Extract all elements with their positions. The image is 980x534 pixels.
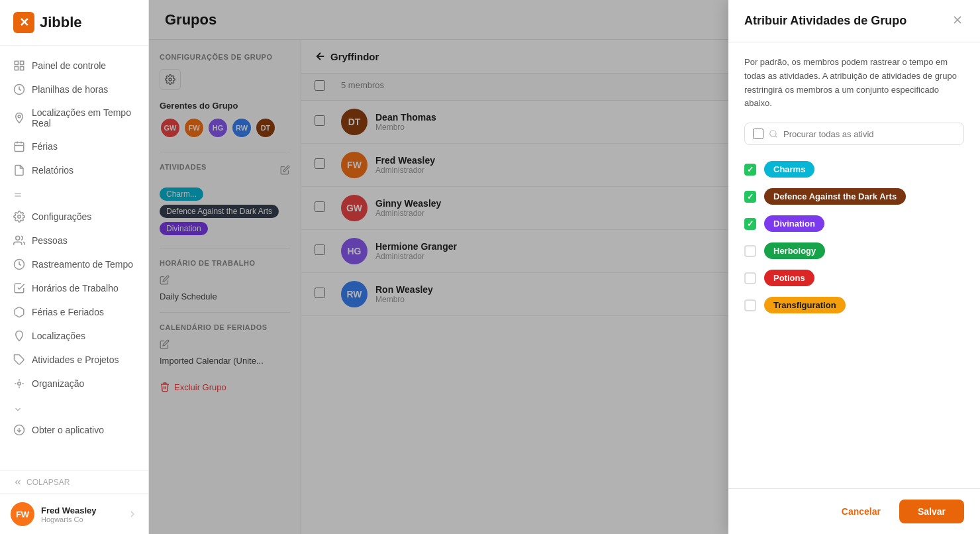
app-name: Jibble <box>40 14 82 31</box>
activity-checkbox-transfiguration[interactable] <box>744 299 756 311</box>
panel-footer: Cancelar Salvar <box>728 488 980 534</box>
sidebar-item-label: Obter o aplicativo <box>32 425 104 435</box>
grid-icon <box>13 60 25 72</box>
activity-checkbox-herbology[interactable] <box>744 245 756 257</box>
save-button[interactable]: Salvar <box>899 500 964 523</box>
organization-icon <box>13 378 25 390</box>
activity-label-defence: Defence Against the Dark Arts <box>764 188 906 205</box>
sidebar-item-time-tracking[interactable]: Rastreamento de Tempo <box>0 252 148 276</box>
list-item: Divination <box>744 210 964 237</box>
people-icon <box>13 235 25 246</box>
sidebar-item-reports[interactable]: Relatórios <box>0 158 148 182</box>
sidebar-nav: Painel de controle Planilhas de horas Lo… <box>0 46 148 470</box>
list-item: Charms <box>744 156 964 183</box>
activity-checkbox-potions[interactable] <box>744 272 756 284</box>
sidebar-item-label: Pessoas <box>32 235 68 246</box>
activity-label-transfiguration: Transfiguration <box>764 297 846 313</box>
work-schedule-icon <box>13 282 25 294</box>
sidebar-item-people[interactable]: Pessoas <box>0 229 148 252</box>
panel-title: Atribuir Atividades de Grupo <box>744 14 906 28</box>
sidebar-item-label: Planilhas de horas <box>32 84 108 95</box>
x-icon <box>951 13 964 27</box>
assign-activities-panel: Atribuir Atividades de Grupo Por padrão,… <box>728 0 980 534</box>
panel-header: Atribuir Atividades de Grupo <box>728 0 980 42</box>
tag-icon <box>13 354 25 366</box>
list-item: Defence Against the Dark Arts <box>744 183 964 210</box>
sidebar-item-work-schedules[interactable]: Horários de Trabalho <box>0 276 148 300</box>
sidebar-item-dashboard[interactable]: Painel de controle <box>0 54 148 78</box>
cancel-button[interactable]: Cancelar <box>831 500 891 523</box>
file-icon <box>13 164 25 176</box>
sidebar: ✕ Jibble Painel de controle Planilhas de… <box>0 0 149 534</box>
search-row <box>744 123 964 145</box>
collapse-row[interactable]: COLAPSAR <box>0 470 148 494</box>
svg-point-5 <box>18 115 21 118</box>
sidebar-item-label: Rastreamento de Tempo <box>32 259 133 270</box>
activity-label-divination: Divination <box>764 215 824 232</box>
sidebar-item-organization[interactable]: Organização <box>0 372 148 396</box>
leaves-icon <box>13 306 25 318</box>
clock-icon <box>13 83 25 95</box>
activity-label-herbology: Herbology <box>764 242 825 259</box>
sidebar-item-label: Organização <box>32 378 84 389</box>
sidebar-item-settings[interactable]: Configurações <box>0 205 148 229</box>
sidebar-item-label: Configurações <box>32 211 91 222</box>
user-info: Fred Weasley Hogwarts Co <box>41 506 121 523</box>
sidebar-item-label: Férias e Feriados <box>32 307 104 317</box>
list-item: Transfiguration <box>744 292 964 319</box>
sidebar-item-activities[interactable]: Atividades e Projetos <box>0 348 148 372</box>
avatar: FW <box>11 502 34 526</box>
download-icon <box>13 424 25 436</box>
sidebar-item-leaves-holidays[interactable]: Férias e Feriados <box>0 300 148 324</box>
list-item: Potions <box>744 264 964 292</box>
sidebar-item-label: Atividades e Projetos <box>32 354 119 365</box>
svg-rect-0 <box>15 61 18 64</box>
activity-checkbox-divination[interactable] <box>744 218 756 230</box>
list-item: Herbology <box>744 237 964 264</box>
section-divider <box>0 182 148 205</box>
sidebar-item-leaves[interactable]: Férias <box>0 134 148 158</box>
sidebar-item-label: Férias <box>32 141 58 152</box>
activity-checkbox-defence[interactable] <box>744 191 756 203</box>
panel-description: Por padrão, os membros podem rastrear o … <box>744 56 964 111</box>
svg-line-22 <box>775 136 777 138</box>
logo-icon: ✕ <box>13 12 34 33</box>
pin-icon <box>13 330 25 342</box>
sidebar-item-label: Horários de Trabalho <box>32 283 119 294</box>
user-name: Fred Weasley <box>41 506 121 515</box>
sidebar-item-timesheets[interactable]: Planilhas de horas <box>0 78 148 101</box>
search-icon <box>769 129 778 138</box>
svg-rect-1 <box>21 61 24 64</box>
sidebar-item-locations[interactable]: Localizações em Tempo Real <box>0 101 148 134</box>
logo-area: ✕ Jibble <box>0 0 148 46</box>
svg-point-11 <box>16 236 20 240</box>
svg-rect-3 <box>21 67 24 70</box>
user-company: Hogwarts Co <box>41 515 121 523</box>
sidebar-item-label: Relatórios <box>32 165 74 176</box>
time-tracking-icon <box>13 258 25 270</box>
main-content: Grupos 4:01:00 Divination Project Philos… <box>149 0 980 534</box>
sidebar-item-label: Painel de controle <box>32 60 106 71</box>
search-checkbox[interactable] <box>753 129 763 139</box>
panel-body: Por padrão, os membros podem rastrear o … <box>728 42 980 488</box>
sidebar-item-locations2[interactable]: Localizações <box>0 324 148 348</box>
user-row[interactable]: FW Fred Weasley Hogwarts Co <box>11 502 138 526</box>
location-icon <box>13 112 25 124</box>
activity-label-charms: Charms <box>764 161 814 178</box>
close-panel-button[interactable] <box>951 13 964 28</box>
activity-label-potions: Potions <box>764 270 814 286</box>
sidebar-footer: FW Fred Weasley Hogwarts Co <box>0 494 148 534</box>
svg-point-21 <box>770 131 776 136</box>
chevron-right-icon <box>127 509 138 519</box>
sidebar-item-label: Localizações <box>32 331 85 341</box>
sidebar-item-label: Localizações em Tempo Real <box>32 107 135 129</box>
sidebar-item-get-app[interactable]: Obter o aplicativo <box>0 418 148 442</box>
search-input[interactable] <box>783 129 956 139</box>
svg-rect-2 <box>15 67 18 70</box>
section-arrow <box>0 396 148 418</box>
collapse-label: COLAPSAR <box>26 478 70 487</box>
activity-checkbox-charms[interactable] <box>744 164 756 176</box>
settings-icon <box>13 211 25 223</box>
svg-point-10 <box>18 215 21 219</box>
svg-point-14 <box>18 382 21 386</box>
